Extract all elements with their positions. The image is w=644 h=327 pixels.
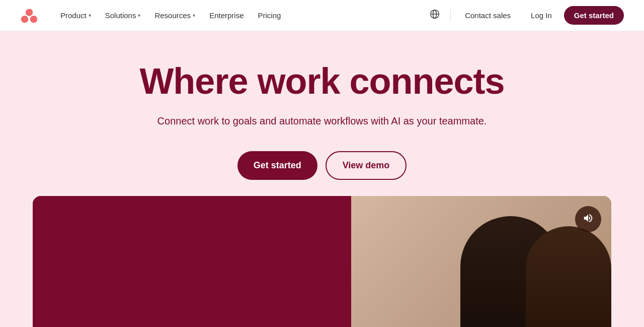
hero-subtitle: Connect work to goals and automate workf…	[157, 115, 487, 127]
video-left-panel	[33, 196, 351, 327]
nav-enterprise-label: Enterprise	[209, 11, 244, 20]
hero-get-started-button[interactable]: Get started	[237, 151, 317, 180]
product-chevron-icon: ▾	[89, 13, 91, 18]
navbar: Product ▾ Solutions ▾ Resources ▾ Enterp…	[0, 0, 644, 31]
nav-divider	[450, 10, 451, 22]
svg-point-1	[21, 16, 28, 23]
nav-pricing-label: Pricing	[258, 11, 281, 20]
svg-point-2	[30, 16, 37, 23]
hero-title: Where work connects	[139, 61, 504, 101]
sound-icon	[583, 213, 594, 226]
person-2-silhouette	[526, 226, 611, 327]
globe-icon	[430, 9, 440, 22]
asana-logo-icon	[20, 7, 38, 25]
contact-sales-label: Contact sales	[465, 11, 511, 20]
hero-section: Where work connects Connect work to goal…	[0, 31, 644, 327]
svg-point-0	[26, 9, 33, 16]
globe-button[interactable]	[425, 6, 444, 25]
login-button[interactable]: Log In	[523, 7, 560, 24]
hero-buttons: Get started View demo	[237, 151, 407, 180]
resources-chevron-icon: ▾	[193, 13, 195, 18]
nav-enterprise[interactable]: Enterprise	[203, 7, 250, 24]
hero-view-demo-label: View demo	[343, 160, 390, 170]
nav-links: Product ▾ Solutions ▾ Resources ▾ Enterp…	[54, 7, 425, 24]
people-container	[351, 196, 612, 327]
video-right-panel	[351, 196, 612, 327]
nav-product-label: Product	[60, 11, 87, 20]
nav-right: Contact sales Log In Get started	[425, 6, 624, 25]
nav-product[interactable]: Product ▾	[54, 7, 97, 24]
nav-resources[interactable]: Resources ▾	[148, 7, 201, 24]
nav-resources-label: Resources	[154, 11, 191, 20]
nav-solutions[interactable]: Solutions ▾	[99, 7, 147, 24]
contact-sales-button[interactable]: Contact sales	[457, 7, 519, 24]
logo-link[interactable]	[20, 7, 38, 25]
sound-button[interactable]	[575, 206, 601, 232]
hero-get-started-label: Get started	[254, 160, 301, 170]
login-label: Log In	[531, 11, 552, 20]
solutions-chevron-icon: ▾	[138, 13, 140, 18]
nav-solutions-label: Solutions	[105, 11, 136, 20]
nav-pricing[interactable]: Pricing	[252, 7, 287, 24]
video-section	[33, 196, 611, 327]
hero-view-demo-button[interactable]: View demo	[326, 151, 407, 180]
get-started-nav-button[interactable]: Get started	[564, 6, 624, 25]
get-started-nav-label: Get started	[574, 11, 614, 20]
